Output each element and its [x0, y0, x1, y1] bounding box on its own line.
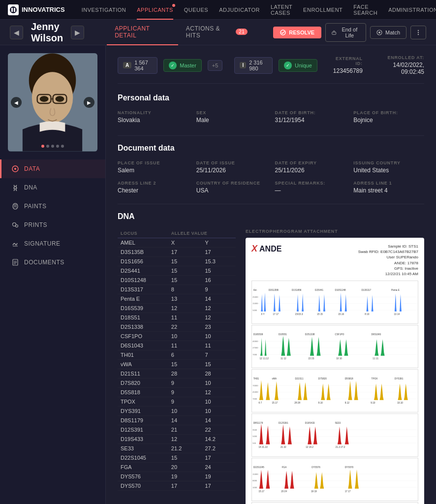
locus-cell: CSF1PO	[118, 332, 168, 341]
allele-y-cell: 7	[202, 350, 236, 360]
photo-dot-4[interactable]	[56, 145, 59, 148]
locus-cell: D10S1248	[118, 276, 168, 285]
photo-prev-button[interactable]: ◀	[11, 97, 22, 108]
date-of-expiry-value: 25/11/2026	[275, 167, 346, 174]
table-row: D10S1248 15 16	[118, 276, 236, 285]
svg-text:5000: 5000	[252, 309, 257, 312]
allele-y-cell: 9	[202, 285, 236, 294]
resolve-button[interactable]: Resolve	[273, 27, 321, 38]
svg-text:13  14: 13 14	[394, 313, 400, 315]
table-row: D18S51 11 12	[118, 313, 236, 322]
table-row: FGA 20 24	[118, 463, 236, 472]
issuing-country-label: Issuing Country	[353, 160, 424, 165]
table-row: D2S441 15 15	[118, 266, 236, 276]
nav-applicants[interactable]: Applicants	[132, 0, 178, 20]
table-row: D6S1043 11 11	[118, 341, 236, 350]
sidebar-item-dna[interactable]: DNA	[0, 178, 105, 197]
allele-y-cell: 17	[202, 453, 236, 463]
issuing-country-field: Issuing Country United States	[353, 160, 424, 174]
signature-icon	[11, 240, 19, 248]
locus-cell: D5S818	[118, 388, 168, 397]
adress-line2-value: Chester	[118, 187, 188, 194]
allele-y-cell: 15.3	[202, 257, 236, 266]
nav-adjudicator[interactable]: Adjudicator	[214, 0, 265, 20]
allele-x-cell: 20	[168, 463, 202, 472]
issuing-country-value: United States	[353, 167, 424, 174]
svg-text:D21S11: D21S11	[295, 378, 304, 380]
allele-y-cell: 10	[202, 332, 236, 341]
top-navigation: INNOVATRICS Investigation Applicants Que…	[0, 0, 436, 20]
divider-2	[118, 204, 424, 204]
locus-cell: D2S441	[118, 266, 168, 276]
nav-investigation[interactable]: Investigation	[77, 0, 131, 20]
forward-button[interactable]: ▶	[71, 26, 84, 39]
electro-panel-4: D8S1179 D12S391 D19S433 SE33 9500 5000 5…	[251, 413, 418, 457]
locus-cell: D6S1043	[118, 341, 168, 350]
electro-chart: X ANDE Sample ID: STS1 Swab RFID: E0B7C1…	[246, 238, 424, 504]
nav-latent-cases[interactable]: Latent Cases	[266, 0, 297, 20]
allele-x-cell: 9	[168, 397, 202, 407]
sidebar-item-data[interactable]: Data	[0, 159, 105, 178]
country-residence-field: Country of Residence USA	[196, 181, 267, 194]
photo-next-button[interactable]: ▶	[84, 97, 94, 108]
place-of-issue-field: Place of Issue Salem	[118, 160, 188, 174]
allele-x-cell: 11	[168, 341, 202, 350]
table-row: DYS576 19 19	[118, 472, 236, 481]
allele-y-cell: 14.2	[202, 435, 236, 444]
main-content: ◀ ▶ Data	[0, 45, 436, 504]
photo-dot-2[interactable]	[46, 145, 49, 148]
svg-text:15.17: 15.17	[272, 402, 278, 404]
country-residence-label: Country of Residence	[196, 181, 267, 186]
table-row: D5S818 9 12	[118, 388, 236, 397]
sidebar-item-prints1[interactable]: PaInts	[0, 197, 105, 216]
enrolled-at-label: Enrolled At:	[378, 55, 424, 60]
allele-y-cell: 28	[202, 369, 236, 378]
svg-point-8	[418, 30, 419, 31]
svg-point-18	[55, 96, 64, 102]
allele-y-cell: 12	[202, 313, 236, 322]
enrolled-at-value: 14/02/2022, 09:02:45	[378, 62, 424, 75]
svg-text:11  11: 11 11	[373, 357, 378, 360]
svg-text:9.10: 9.10	[371, 402, 375, 404]
photo-dot-1[interactable]	[41, 145, 44, 148]
table-row: Penta E 13 14	[118, 294, 236, 304]
allele-x-cell: 15	[168, 276, 202, 285]
sidebar-item-prints2[interactable]: Prints	[0, 216, 105, 234]
svg-text:D1S1656: D1S1656	[292, 289, 302, 291]
allele-x-cell: 13	[168, 294, 202, 304]
match-button[interactable]: Match	[370, 26, 406, 39]
svg-text:7000: 7000	[252, 398, 257, 400]
locus-cell: D13S317	[118, 285, 168, 294]
badge-plus[interactable]: +5	[208, 60, 223, 71]
photo-dot-3[interactable]	[51, 145, 54, 148]
more-options-button[interactable]	[410, 26, 426, 39]
nav-administration[interactable]: Administration	[383, 0, 436, 20]
allele-y-cell: 24	[202, 463, 236, 472]
electro-panel-2: D16S539 D18S51 D2S1338 CSF1PO D6S1043 40…	[251, 325, 418, 368]
sidebar-item-signature[interactable]: Signature	[0, 234, 105, 253]
nav-enrollment[interactable]: Enrollment	[298, 0, 347, 20]
locus-cell: D3S135B	[118, 248, 168, 257]
svg-text:1000: 1000	[252, 486, 257, 489]
nav-face-search[interactable]: Face Search	[348, 0, 382, 20]
sidebar-label-prints1: PaInts	[24, 203, 46, 210]
sidebar-item-documents[interactable]: Documents	[0, 253, 105, 272]
svg-point-10	[418, 33, 419, 34]
svg-text:9.12: 9.12	[345, 402, 350, 404]
photo-dot-5[interactable]	[61, 145, 64, 148]
allele-x-cell: 19	[168, 472, 202, 481]
allele-y-cell: 17	[202, 481, 236, 491]
allele-x-cell: 21	[168, 425, 202, 435]
back-button[interactable]: ◀	[10, 26, 23, 39]
tab-applicant-detail[interactable]: Applicant Detail	[107, 20, 178, 45]
electro-label: Electropherogram Attachment	[246, 229, 424, 234]
end-of-life-button[interactable]: End of Life	[325, 23, 366, 42]
sex-label: Sex	[196, 110, 267, 115]
nav-queues[interactable]: Queues	[179, 0, 213, 20]
documents-icon	[11, 258, 19, 266]
svg-text:6 7: 6 7	[258, 402, 262, 404]
country-residence-value: USA	[196, 187, 267, 194]
allele-x-cell: 12	[168, 435, 202, 444]
svg-text:D2S441: D2S441	[315, 289, 323, 291]
tab-actions-hits[interactable]: Actions & Hits 21	[178, 20, 255, 45]
